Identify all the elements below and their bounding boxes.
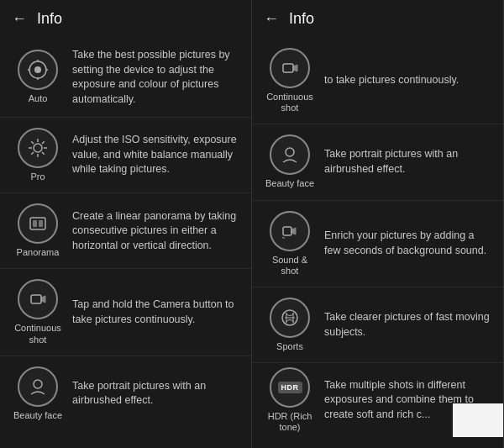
auto-label: Auto <box>29 93 48 104</box>
list-item[interactable]: Sports Take clearer pictures of fast mov… <box>252 287 503 363</box>
auto-description: Take the best possible pictures by setti… <box>72 48 239 107</box>
sound-shot-icon <box>270 211 310 251</box>
left-header-title: Info <box>37 10 62 28</box>
beauty-label: Beauty face <box>13 410 62 421</box>
left-back-arrow[interactable]: ← <box>12 10 27 28</box>
svg-rect-8 <box>33 220 37 227</box>
list-item[interactable]: Beauty face Take portrait pictures with … <box>252 124 503 200</box>
sports-label: Sports <box>276 341 303 352</box>
svg-point-6 <box>34 144 42 152</box>
right-header-title: Info <box>289 10 314 28</box>
svg-point-11 <box>34 380 42 388</box>
auto-icon <box>18 50 58 90</box>
list-item[interactable]: Auto Take the best possible pictures by … <box>0 38 251 118</box>
hdr-label: HDR (Rich tone) <box>264 411 316 433</box>
continuous-right-description: to take pictures continuously. <box>324 73 491 88</box>
beauty-right-icon <box>270 134 310 175</box>
svg-rect-9 <box>39 220 43 227</box>
continuous-description: Tap and hold the Camera button to take p… <box>72 298 239 327</box>
pro-label: Pro <box>30 171 45 182</box>
right-back-arrow[interactable]: ← <box>264 10 279 28</box>
pro-description: Adjust the ISO sensitivity, exposure val… <box>72 133 239 177</box>
sports-description: Take clearer pictures of fast moving sub… <box>324 310 491 340</box>
svg-rect-14 <box>283 227 291 235</box>
list-item[interactable]: Beauty face Take portrait pictures with … <box>0 356 251 431</box>
left-items-list: Auto Take the best possible pictures by … <box>0 38 251 448</box>
svg-point-1 <box>34 66 41 73</box>
list-item[interactable]: Panorama Create a linear panorama by tak… <box>0 193 251 269</box>
panorama-icon <box>18 203 58 244</box>
hdr-icon: HDR <box>270 367 310 408</box>
pro-icon <box>18 128 58 168</box>
continuous-label: Continuous shot <box>12 323 64 345</box>
list-item[interactable]: Continuous shot to take pictures continu… <box>252 38 503 124</box>
right-items-list: Continuous shot to take pictures continu… <box>252 38 503 448</box>
beauty-icon <box>18 366 58 407</box>
beauty-right-label: Beauty face <box>265 178 314 189</box>
continuous-icon <box>18 279 58 319</box>
left-panel: ← Info Auto Take the best possibl <box>0 0 252 448</box>
list-item[interactable]: HDR HDR (Rich tone) Take multiple shots … <box>252 363 503 437</box>
list-item[interactable]: Sound & shot Enrich your pictures by add… <box>252 201 503 287</box>
continuous-right-label: Continuous shot <box>264 92 316 113</box>
left-header: ← Info <box>0 0 251 38</box>
sound-shot-label: Sound & shot <box>264 255 316 277</box>
list-item[interactable]: Continuous shot Tap and hold the Camera … <box>0 269 251 356</box>
svg-rect-12 <box>283 64 293 72</box>
panorama-description: Create a linear panorama by taking conse… <box>72 209 239 254</box>
panorama-label: Panorama <box>17 247 60 258</box>
svg-rect-10 <box>31 295 41 303</box>
hdr-badge: HDR <box>278 382 302 393</box>
right-header: ← Info <box>252 0 503 38</box>
svg-point-13 <box>286 148 294 156</box>
sports-icon <box>270 298 310 338</box>
continuous-right-icon <box>270 48 310 88</box>
beauty-right-description: Take portrait pictures with an airbrushe… <box>324 147 491 177</box>
right-panel: ← Info Continuous shot to take pictures … <box>252 0 504 448</box>
list-item[interactable]: Pro Adjust the ISO sensitivity, exposure… <box>0 118 251 193</box>
svg-rect-7 <box>30 218 45 229</box>
sound-shot-description: Enrich your pictures by adding a few sec… <box>324 229 491 258</box>
beauty-description: Take portrait pictures with an airbrushe… <box>72 379 239 408</box>
